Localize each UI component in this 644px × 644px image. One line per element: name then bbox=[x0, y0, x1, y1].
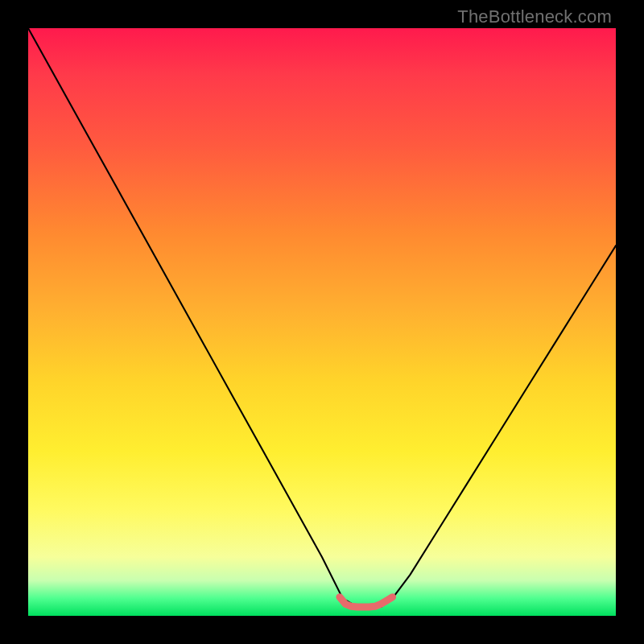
gradient-plot-area bbox=[28, 28, 616, 616]
curve-layer bbox=[28, 28, 616, 616]
sweet-spot-band-path bbox=[340, 597, 393, 607]
attribution-label: TheBottleneck.com bbox=[457, 6, 612, 27]
bottleneck-curve-path bbox=[28, 28, 616, 607]
chart-frame: TheBottleneck.com bbox=[0, 0, 644, 644]
